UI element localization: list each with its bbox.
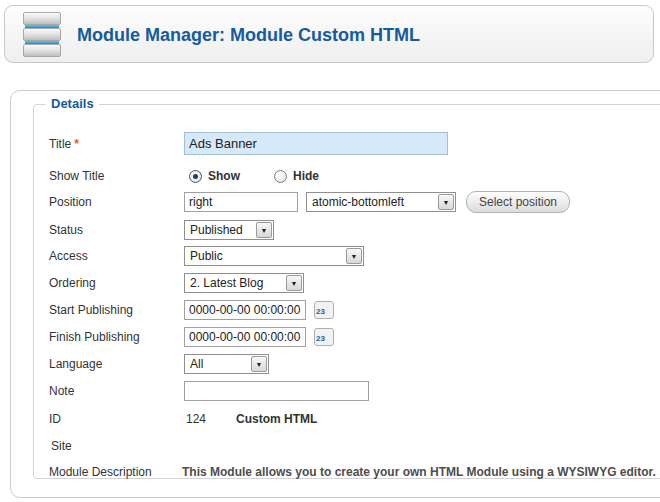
id-value: 124 [186,412,206,426]
show-title-label: Show Title [49,169,184,183]
radio-label-hide[interactable]: Hide [293,169,319,183]
position-row: Position atomic-bottomleft ▼ Select posi… [49,191,660,213]
show-title-row: Show Title Show Hide [49,165,660,187]
status-select[interactable]: Published ▼ [184,220,274,240]
required-marker: * [74,137,79,151]
calendar-icon[interactable]: 23 [314,328,334,346]
language-label: Language [49,357,184,371]
status-row: Status Published ▼ [49,219,660,241]
note-input[interactable] [184,381,369,401]
module-type-value: Custom HTML [236,412,317,426]
details-fieldset: Details Title* Show Title Show Hide Posi… [33,104,660,479]
module-icon-bar [23,12,61,25]
start-publishing-label: Start Publishing [49,303,184,317]
chevron-down-icon[interactable]: ▼ [286,275,302,291]
title-label: Title* [49,137,184,151]
status-label: Status [49,223,184,237]
note-row: Note [49,380,660,402]
note-label: Note [49,384,184,398]
radio-button-hide[interactable] [274,170,287,183]
finish-publishing-input[interactable] [184,327,306,347]
page-header: Module Manager: Module Custom HTML [4,5,654,63]
show-title-option-hide[interactable]: Hide [274,169,319,183]
chevron-down-icon[interactable]: ▼ [256,222,272,238]
modules-stack-icon [23,12,61,57]
position-label: Position [49,195,184,209]
finish-publishing-label: Finish Publishing [49,330,184,344]
module-icon-bar [23,28,61,41]
id-label: ID [49,412,184,426]
id-row: ID 124 Custom HTML [49,408,660,430]
radio-label-show[interactable]: Show [208,169,240,183]
module-description-row: Module Description This Module allows yo… [49,461,660,483]
site-row: Site [51,435,660,457]
page-title: Module Manager: Module Custom HTML [77,6,420,64]
module-description-label: Module Description [49,465,184,479]
language-select[interactable]: All ▼ [184,354,269,374]
ordering-select[interactable]: 2. Latest Blog ▼ [184,273,304,293]
module-description-text: This Module allows you to create your ow… [182,465,656,479]
start-publishing-row: Start Publishing 23 [49,299,660,321]
title-input[interactable] [184,132,448,155]
module-icon-bar [23,44,61,57]
chevron-down-icon[interactable]: ▼ [438,194,454,210]
access-select[interactable]: Public ▼ [184,246,364,266]
content-panel: Details Title* Show Title Show Hide Posi… [10,90,660,498]
chevron-down-icon[interactable]: ▼ [251,356,267,372]
calendar-icon[interactable]: 23 [314,301,334,319]
access-label: Access [49,249,184,263]
site-label: Site [51,439,72,453]
language-row: Language All ▼ [49,353,660,375]
start-publishing-input[interactable] [184,300,306,320]
position-input[interactable] [184,192,298,212]
position-select[interactable]: atomic-bottomleft ▼ [306,192,456,212]
title-row: Title* [49,132,660,155]
finish-publishing-row: Finish Publishing 23 [49,326,660,348]
chevron-down-icon[interactable]: ▼ [346,248,362,264]
details-legend: Details [46,96,99,111]
ordering-label: Ordering [49,276,184,290]
ordering-row: Ordering 2. Latest Blog ▼ [49,272,660,294]
radio-button-show[interactable] [189,170,202,183]
select-position-button[interactable]: Select position [466,191,570,213]
show-title-option-show[interactable]: Show [189,169,240,183]
access-row: Access Public ▼ [49,245,660,267]
